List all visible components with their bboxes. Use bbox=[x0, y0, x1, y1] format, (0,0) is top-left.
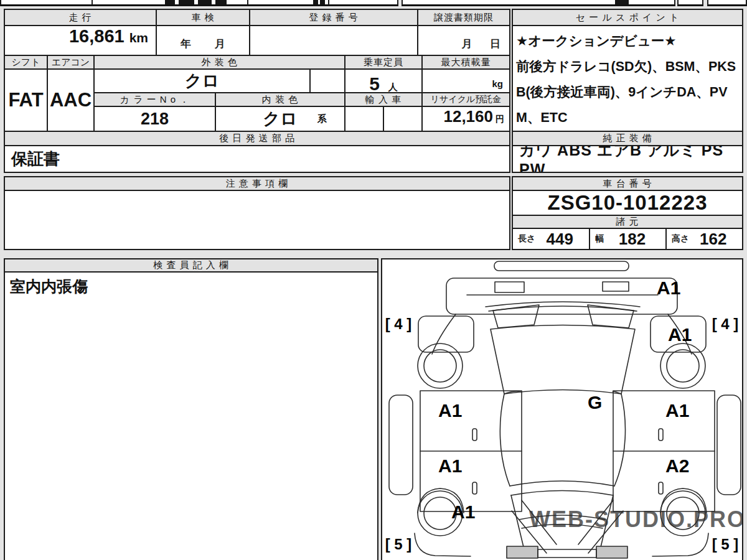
cut-off-text-fragment bbox=[615, 0, 629, 4]
height-value: 162 bbox=[689, 230, 737, 249]
cut-off-text-fragment bbox=[320, 0, 325, 4]
rear-window-arc bbox=[510, 481, 614, 486]
later-parts-header: 後 日 発 送 部 品 bbox=[4, 131, 510, 146]
cut-off-top-box-2 bbox=[707, 0, 747, 6]
door-handle-right-rear bbox=[659, 482, 663, 494]
specs-header: 諸 元 bbox=[512, 215, 743, 229]
capacity-header: 乗車定員 bbox=[344, 55, 423, 70]
shift-value: FAT bbox=[4, 68, 48, 132]
interior-color-text: クロ bbox=[263, 108, 297, 130]
front-bumper bbox=[494, 261, 629, 271]
hood-vent-left bbox=[495, 282, 524, 292]
capacity-value: 5 人 bbox=[344, 68, 423, 93]
import-value-a bbox=[344, 106, 384, 132]
width-value: 182 bbox=[604, 230, 660, 249]
cut-off-divider bbox=[92, 0, 93, 5]
roof-side-right bbox=[614, 394, 625, 486]
interior-color-value: クロ 系 bbox=[215, 106, 345, 132]
cut-off-text-fragment bbox=[179, 0, 194, 4]
cut-off-divider bbox=[328, 0, 329, 5]
recycle-unit: 円 bbox=[496, 114, 504, 125]
tire-grade-rear-right: [ 5 ] bbox=[712, 536, 739, 553]
quarter-bottom-left bbox=[415, 533, 471, 556]
cut-off-divider bbox=[247, 0, 248, 5]
inspector-header: 検 査 員 記 入 欄 bbox=[4, 258, 378, 273]
shift-header: シフト bbox=[4, 55, 48, 70]
maxload-header: 最大積載量 bbox=[421, 55, 510, 70]
roof-side-left bbox=[500, 394, 510, 486]
damage-label-right-front-door: A1 bbox=[665, 400, 689, 421]
spec-width: 幅 182 bbox=[589, 228, 667, 250]
aircon-header: エアコン bbox=[47, 55, 95, 70]
windshield bbox=[491, 325, 635, 394]
cut-off-text-fragment bbox=[198, 0, 212, 4]
side-sill-left bbox=[389, 395, 413, 495]
auction-sheet: 走 行 車 検 登 録 番 号 譲渡書類期限 16,861 km 年 月 月 日… bbox=[0, 0, 747, 560]
transfer-deadline-header: 譲渡書類期限 bbox=[417, 9, 510, 26]
exterior-color-header: 外 装 色 bbox=[93, 55, 345, 70]
maxload-value: kg bbox=[421, 68, 510, 93]
maxload-unit: kg bbox=[492, 78, 509, 92]
recycle-deposit-header: リサイクル預託金 bbox=[421, 92, 510, 107]
length-label: 長さ bbox=[518, 233, 535, 245]
damage-label-left-rear-door: A1 bbox=[438, 455, 462, 476]
rear-bumper-cap-right bbox=[596, 546, 627, 558]
transfer-deadline-value: 月 日 bbox=[417, 25, 510, 56]
color-no-header: カ ラ ー N o ． bbox=[93, 92, 216, 107]
spec-height: 高さ 162 bbox=[665, 228, 743, 250]
damage-label-left-quarter: A1 bbox=[451, 502, 475, 522]
registration-header: 登 録 番 号 bbox=[249, 9, 418, 26]
car-diagram: WEB-STUDIO.PRO A1 [ 4 ] [ 4 ] A1 bbox=[382, 259, 742, 559]
damage-label-hood: A1 bbox=[657, 278, 680, 298]
import-value-b bbox=[383, 106, 423, 132]
height-label: 高さ bbox=[672, 233, 689, 245]
mileage-value: 16,861 km bbox=[4, 25, 157, 56]
import-header: 輸 入 車 bbox=[344, 92, 423, 107]
damage-label-right-fender: A1 bbox=[668, 324, 692, 345]
equipment-value: カワ ABS エアB アルミ PS PW bbox=[512, 145, 743, 173]
tire-grade-rear-left: [ 5 ] bbox=[385, 536, 412, 553]
shaken-placeholder: 年 月 bbox=[181, 37, 225, 51]
exterior-color-subcell bbox=[309, 68, 345, 93]
side-sill-right bbox=[717, 395, 741, 495]
rear-window-arc-2 bbox=[511, 491, 613, 496]
notes-header: 注 意 事 項 欄 bbox=[4, 176, 510, 191]
hood-vent-right bbox=[603, 282, 629, 291]
damage-label-right-rear-door: A2 bbox=[665, 455, 689, 476]
cut-off-text-fragment bbox=[313, 0, 318, 4]
sales-points-header: セ ー ル ス ポ イ ン ト bbox=[512, 9, 743, 26]
front-wheel-left-inner bbox=[424, 350, 456, 382]
car-diagram-box: WEB-STUDIO.PRO A1 [ 4 ] [ 4 ] A1 bbox=[381, 258, 743, 560]
chassis-number-header: 車 台 番 号 bbox=[512, 176, 743, 191]
deadline-placeholder: 月 日 bbox=[462, 37, 500, 51]
color-no-value: 218 bbox=[93, 106, 216, 132]
later-parts-value: 保証書 bbox=[4, 145, 510, 173]
shaken-header: 車 検 bbox=[156, 9, 250, 26]
shaken-value: 年 月 bbox=[156, 25, 250, 56]
interior-color-suffix: 系 bbox=[317, 113, 327, 125]
front-wheel-right-inner bbox=[667, 350, 699, 382]
aircon-value: AAC bbox=[47, 68, 95, 132]
chassis-number-value: ZSG10-1012223 bbox=[512, 190, 743, 216]
watermark: WEB-STUDIO.PRO bbox=[529, 506, 742, 532]
interior-color-header: 内 装 色 bbox=[215, 92, 345, 107]
damage-label-left-front-door: A1 bbox=[438, 400, 462, 421]
length-value: 449 bbox=[535, 230, 584, 249]
capacity-number: 5 bbox=[369, 73, 380, 93]
rear-bumper-cap-left bbox=[507, 546, 538, 558]
front-fender-left bbox=[418, 316, 474, 352]
door-handle-right-front bbox=[659, 429, 663, 441]
mileage-number: 16,861 bbox=[69, 26, 125, 47]
damage-label-roof: G bbox=[588, 392, 602, 413]
notes-box bbox=[4, 190, 510, 250]
a-pillar-left bbox=[432, 314, 456, 354]
mileage-header: 走 行 bbox=[4, 9, 157, 26]
recycle-number: 12,160 bbox=[443, 107, 493, 126]
recycle-deposit-value: 12,160 円 bbox=[421, 106, 510, 132]
quarter-bottom-right bbox=[652, 533, 708, 556]
cut-off-text-fragment bbox=[165, 0, 175, 4]
door-handle-left-front bbox=[472, 429, 477, 441]
registration-value bbox=[249, 25, 418, 56]
cut-off-top-row-2 bbox=[402, 0, 675, 6]
mileage-unit: km bbox=[129, 30, 148, 45]
